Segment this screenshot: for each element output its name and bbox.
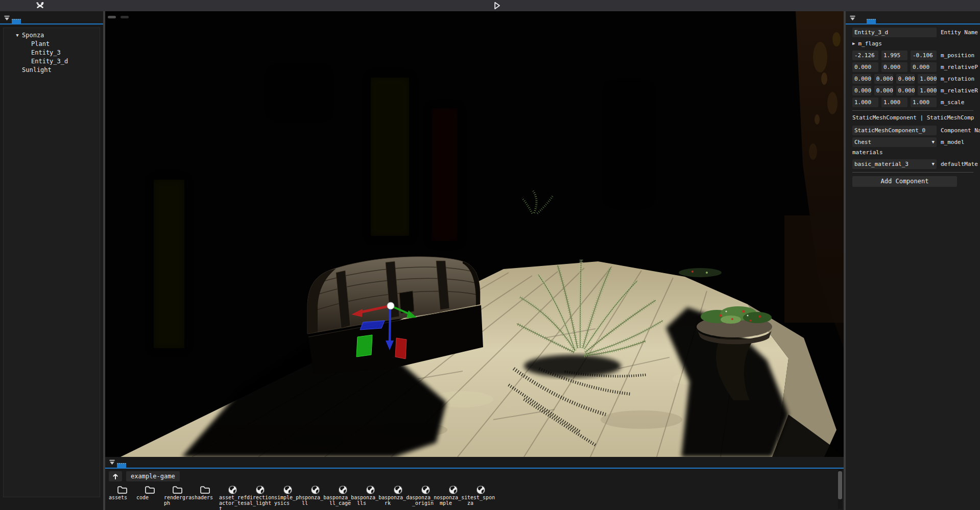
materials-label: materials — [852, 149, 980, 157]
asset-item[interactable]: simple_ph ysics — [274, 485, 301, 510]
tree-item-label: Sunlight — [22, 66, 52, 74]
separator — [852, 110, 973, 111]
flags-tree-node[interactable]: ▶ m_flags — [852, 39, 980, 47]
gizmo-plane-xz[interactable] — [360, 321, 385, 330]
model-dropdown-value: Chest — [854, 138, 871, 146]
asset-item[interactable]: assets — [108, 485, 136, 510]
quat-input-z[interactable]: 0.000 — [896, 74, 915, 84]
vector-input-z[interactable]: 0.000 — [911, 62, 937, 72]
quat-input-x[interactable]: 0.000 — [852, 86, 871, 95]
quat-input-w[interactable]: 1.000 — [918, 86, 937, 95]
gizmo-y-axis[interactable] — [390, 307, 390, 342]
hammer-wrench-glyph — [36, 2, 44, 10]
gizmo-plane-yz[interactable] — [395, 338, 407, 359]
transform-row: 0.000 0.000 0.000 m_relativeP — [852, 62, 980, 72]
asset-item[interactable]: sponza_si mple — [439, 485, 467, 510]
hammer-wrench-icon[interactable] — [36, 2, 44, 10]
transform-row: 1.000 1.000 1.000 m_scale — [852, 98, 980, 107]
transform-row: 0.000 0.000 0.000 1.000 m_rotation — [852, 74, 980, 84]
asset-item[interactable]: sponza_ba ll — [301, 485, 329, 510]
asset-item[interactable]: sponza_ba ll_cage — [329, 485, 356, 510]
asset-label: assets — [109, 495, 137, 500]
vector-input-y[interactable]: 1.995 — [881, 51, 907, 60]
tree-item[interactable]: Entity_3 — [4, 48, 100, 57]
asset-label: rendergra ph — [164, 495, 193, 506]
tree-item[interactable]: Entity_3_d — [4, 57, 100, 65]
asset-item[interactable]: sponza_da rk — [384, 485, 412, 510]
asset-browser-tabs — [117, 463, 135, 468]
quat-input-z[interactable]: 0.000 — [896, 86, 915, 95]
material-dropdown[interactable]: basic_material_3 ▼ — [852, 159, 937, 169]
scene-render[interactable] — [105, 11, 844, 457]
asset-label: sponza_ba lls — [357, 495, 386, 506]
play-button[interactable] — [494, 2, 500, 11]
vector-input-z[interactable]: 1.000 — [911, 98, 937, 107]
entities-panel: ▼ Sponza Plant Entity_3 Entity_3_d Sunli… — [0, 11, 103, 510]
gizmo-plane-xy[interactable] — [356, 335, 372, 357]
material-row: basic_material_3 ▼ defaultMate — [852, 159, 980, 169]
tab[interactable] — [867, 19, 876, 23]
tab[interactable] — [857, 20, 867, 23]
folder-icon — [117, 485, 128, 495]
vector-input-z[interactable]: -0.106 — [911, 51, 937, 60]
component-section-header[interactable]: StaticMeshComponent | StaticMeshComp — [852, 114, 980, 123]
asset-grid: assets code — [105, 481, 844, 510]
row-label: m_relativeR — [941, 87, 978, 94]
model-label: m_model — [941, 139, 964, 145]
material-label: defaultMate — [941, 161, 978, 167]
breadcrumb[interactable]: example-game — [126, 471, 180, 481]
asset-item[interactable]: asset_ref actor_tes t — [219, 485, 246, 510]
entity-name-input[interactable]: Entity_3_d — [852, 28, 937, 37]
asset-label: sponza_no _origin — [412, 495, 441, 506]
component-name-label: Component Na — [941, 127, 980, 134]
vector-input-y[interactable]: 0.000 — [881, 62, 907, 72]
asset-item[interactable]: direction al_light — [246, 485, 274, 510]
asset-item[interactable]: test_spon za — [467, 485, 494, 510]
viewport-3d[interactable] — [105, 11, 844, 457]
vector-input-x[interactable]: -2.126 — [852, 51, 878, 60]
chevron-down-icon: ▼ — [930, 160, 935, 168]
gizmo-origin-handle[interactable] — [387, 302, 394, 309]
asset-item[interactable]: shaders — [191, 485, 219, 510]
component-name-row: StaticMeshComponent_0 Component Na — [852, 126, 980, 135]
tab-entities[interactable] — [12, 19, 21, 23]
tree-item-label: Entity_3_d — [31, 58, 68, 65]
component-name-input[interactable]: StaticMeshComponent_0 — [852, 126, 937, 135]
tree-item[interactable]: Plant — [4, 39, 100, 48]
mode-button[interactable] — [121, 16, 129, 18]
asset-browser-scrollbar[interactable] — [838, 469, 842, 509]
asset-item[interactable]: sponza_no _origin — [412, 485, 439, 510]
vector-input-y[interactable]: 1.000 — [881, 98, 907, 107]
tree-collapsed-arrow[interactable]: ▶ — [852, 41, 855, 46]
tab[interactable] — [126, 464, 135, 468]
up-directory-button[interactable] — [109, 471, 122, 481]
tab-list-arrow-icon[interactable] — [107, 459, 117, 468]
tree-item-label: Plant — [31, 40, 50, 47]
tab-list-arrow-icon[interactable] — [848, 15, 857, 23]
entity-name-row: Entity_3_d Entity Name — [852, 28, 980, 37]
tree-item[interactable]: ▼ Sponza — [4, 31, 100, 39]
tree-expand-arrow[interactable]: ▼ — [13, 33, 22, 38]
tab-list-arrow-icon[interactable] — [2, 15, 12, 23]
vector-input-x[interactable]: 1.000 — [852, 98, 878, 107]
quat-input-y[interactable]: 0.000 — [874, 86, 893, 95]
quat-input-x[interactable]: 0.000 — [852, 74, 871, 84]
vector-input-x[interactable]: 0.000 — [852, 62, 878, 72]
add-component-button[interactable]: Add Component — [852, 176, 957, 187]
separator — [852, 172, 973, 173]
quat-input-w[interactable]: 1.000 — [918, 74, 937, 84]
asset-label: code — [136, 495, 165, 500]
mode-button[interactable] — [108, 16, 116, 18]
asset-item[interactable]: code — [136, 485, 163, 510]
model-dropdown[interactable]: Chest ▼ — [852, 137, 937, 147]
entity-tree-list: ▼ Sponza Plant Entity_3 Entity_3_d Sunli… — [4, 31, 100, 74]
model-row: Chest ▼ m_model — [852, 137, 980, 147]
asset-item[interactable]: rendergra ph — [163, 485, 191, 510]
row-label: m_scale — [941, 99, 964, 106]
tree-item-label: Entity_3 — [31, 49, 61, 56]
quat-input-y[interactable]: 0.000 — [874, 74, 893, 84]
asset-item[interactable]: sponza_ba lls — [356, 485, 384, 510]
tab[interactable] — [117, 463, 126, 468]
scrollbar-thumb[interactable] — [838, 471, 842, 499]
tree-item[interactable]: Sunlight — [4, 65, 100, 74]
